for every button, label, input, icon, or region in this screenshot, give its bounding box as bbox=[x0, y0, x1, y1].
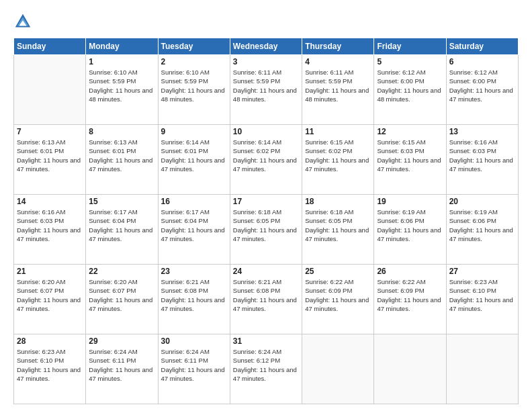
col-thursday: Thursday bbox=[302, 38, 374, 55]
table-row bbox=[14, 55, 86, 125]
day-number: 12 bbox=[377, 127, 443, 136]
day-number: 30 bbox=[161, 336, 227, 346]
cell-details: Sunrise: 6:19 AMSunset: 6:06 PMDaylight:… bbox=[377, 208, 443, 243]
sunrise-label: Sunrise: 6:13 AM bbox=[17, 138, 65, 146]
table-row: 13Sunrise: 6:16 AMSunset: 6:03 PMDayligh… bbox=[446, 125, 518, 195]
sunrise-label: Sunrise: 6:10 AM bbox=[89, 68, 137, 76]
cell-details: Sunrise: 6:20 AMSunset: 6:07 PMDaylight:… bbox=[89, 277, 154, 313]
daylight-label: Daylight: 11 hours and 47 minutes. bbox=[161, 296, 225, 312]
sunset-label: Sunset: 6:06 PM bbox=[449, 217, 496, 224]
col-monday: Monday bbox=[86, 38, 158, 55]
sunrise-label: Sunrise: 6:11 AM bbox=[305, 68, 353, 76]
sunrise-label: Sunrise: 6:20 AM bbox=[17, 278, 65, 285]
sunset-label: Sunset: 5:59 PM bbox=[305, 77, 352, 85]
daylight-label: Daylight: 11 hours and 47 minutes. bbox=[161, 366, 225, 382]
calendar-page: Sunday Monday Tuesday Wednesday Thursday… bbox=[0, 0, 532, 411]
sunset-label: Sunset: 5:59 PM bbox=[233, 77, 280, 85]
table-row: 25Sunrise: 6:22 AMSunset: 6:09 PMDayligh… bbox=[302, 265, 374, 334]
daylight-label: Daylight: 11 hours and 47 minutes. bbox=[89, 156, 152, 173]
sunrise-label: Sunrise: 6:21 AM bbox=[161, 278, 210, 285]
cell-details: Sunrise: 6:12 AMSunset: 6:00 PMDaylight:… bbox=[377, 68, 443, 103]
day-number: 1 bbox=[89, 57, 154, 66]
daylight-label: Daylight: 11 hours and 47 minutes. bbox=[17, 156, 81, 173]
sunrise-label: Sunrise: 6:18 AM bbox=[305, 208, 353, 216]
table-row: 17Sunrise: 6:18 AMSunset: 6:05 PMDayligh… bbox=[230, 195, 302, 265]
cell-details: Sunrise: 6:15 AMSunset: 6:03 PMDaylight:… bbox=[377, 138, 443, 173]
sunrise-label: Sunrise: 6:17 AM bbox=[161, 208, 210, 216]
daylight-label: Daylight: 11 hours and 47 minutes. bbox=[89, 226, 152, 242]
sunset-label: Sunset: 6:02 PM bbox=[233, 147, 280, 154]
col-sunday: Sunday bbox=[14, 38, 86, 55]
cell-details: Sunrise: 6:21 AMSunset: 6:08 PMDaylight:… bbox=[161, 277, 227, 313]
daylight-label: Daylight: 11 hours and 47 minutes. bbox=[17, 366, 81, 382]
daylight-label: Daylight: 11 hours and 47 minutes. bbox=[305, 156, 369, 173]
calendar-week-row: 28Sunrise: 6:23 AMSunset: 6:10 PMDayligh… bbox=[14, 334, 519, 404]
cell-details: Sunrise: 6:11 AMSunset: 5:59 PMDaylight:… bbox=[305, 68, 371, 103]
table-row: 2Sunrise: 6:10 AMSunset: 5:59 PMDaylight… bbox=[158, 55, 230, 125]
table-row: 20Sunrise: 6:19 AMSunset: 6:06 PMDayligh… bbox=[446, 195, 518, 265]
sunrise-label: Sunrise: 6:14 AM bbox=[161, 138, 210, 146]
daylight-label: Daylight: 11 hours and 47 minutes. bbox=[233, 296, 297, 312]
sunset-label: Sunset: 6:03 PM bbox=[377, 147, 424, 154]
daylight-label: Daylight: 11 hours and 47 minutes. bbox=[161, 226, 225, 242]
table-row: 28Sunrise: 6:23 AMSunset: 6:10 PMDayligh… bbox=[14, 334, 86, 404]
cell-details: Sunrise: 6:10 AMSunset: 5:59 PMDaylight:… bbox=[89, 68, 154, 103]
sunrise-label: Sunrise: 6:23 AM bbox=[17, 348, 65, 355]
calendar-week-row: 1Sunrise: 6:10 AMSunset: 5:59 PMDaylight… bbox=[14, 55, 519, 125]
sunrise-label: Sunrise: 6:13 AM bbox=[89, 138, 137, 146]
daylight-label: Daylight: 11 hours and 47 minutes. bbox=[17, 226, 81, 242]
daylight-label: Daylight: 11 hours and 47 minutes. bbox=[377, 156, 441, 173]
day-number: 31 bbox=[233, 336, 299, 346]
sunset-label: Sunset: 5:59 PM bbox=[89, 77, 136, 85]
cell-details: Sunrise: 6:16 AMSunset: 6:03 PMDaylight:… bbox=[17, 208, 83, 243]
day-number: 24 bbox=[233, 267, 299, 276]
day-number: 4 bbox=[305, 57, 371, 66]
sunrise-label: Sunrise: 6:14 AM bbox=[233, 138, 281, 146]
cell-details: Sunrise: 6:22 AMSunset: 6:09 PMDaylight:… bbox=[377, 277, 443, 313]
day-number: 17 bbox=[233, 197, 299, 206]
sunset-label: Sunset: 6:05 PM bbox=[233, 217, 280, 224]
sunrise-label: Sunrise: 6:20 AM bbox=[89, 278, 137, 285]
daylight-label: Daylight: 11 hours and 47 minutes. bbox=[449, 87, 513, 103]
day-number: 27 bbox=[449, 267, 515, 276]
table-row: 16Sunrise: 6:17 AMSunset: 6:04 PMDayligh… bbox=[158, 195, 230, 265]
sunrise-label: Sunrise: 6:15 AM bbox=[377, 138, 425, 146]
cell-details: Sunrise: 6:19 AMSunset: 6:06 PMDaylight:… bbox=[449, 208, 515, 243]
daylight-label: Daylight: 11 hours and 47 minutes. bbox=[449, 296, 513, 312]
cell-details: Sunrise: 6:16 AMSunset: 6:03 PMDaylight:… bbox=[449, 138, 515, 173]
daylight-label: Daylight: 11 hours and 48 minutes. bbox=[305, 87, 369, 103]
cell-details: Sunrise: 6:20 AMSunset: 6:07 PMDaylight:… bbox=[17, 277, 83, 313]
table-row: 21Sunrise: 6:20 AMSunset: 6:07 PMDayligh… bbox=[14, 265, 86, 334]
sunset-label: Sunset: 6:01 PM bbox=[89, 147, 136, 154]
cell-details: Sunrise: 6:15 AMSunset: 6:02 PMDaylight:… bbox=[305, 138, 371, 173]
day-number: 3 bbox=[233, 57, 299, 66]
cell-details: Sunrise: 6:12 AMSunset: 6:00 PMDaylight:… bbox=[449, 68, 515, 103]
cell-details: Sunrise: 6:21 AMSunset: 6:08 PMDaylight:… bbox=[233, 277, 299, 313]
cell-details: Sunrise: 6:24 AMSunset: 6:11 PMDaylight:… bbox=[161, 347, 227, 383]
day-number: 6 bbox=[449, 57, 515, 66]
daylight-label: Daylight: 11 hours and 47 minutes. bbox=[161, 156, 225, 173]
table-row: 26Sunrise: 6:22 AMSunset: 6:09 PMDayligh… bbox=[374, 265, 446, 334]
sunrise-label: Sunrise: 6:16 AM bbox=[449, 138, 498, 146]
daylight-label: Daylight: 11 hours and 47 minutes. bbox=[377, 226, 441, 242]
daylight-label: Daylight: 11 hours and 47 minutes. bbox=[305, 296, 369, 312]
day-number: 16 bbox=[161, 197, 227, 206]
sunrise-label: Sunrise: 6:22 AM bbox=[305, 278, 353, 285]
sunrise-label: Sunrise: 6:11 AM bbox=[233, 68, 281, 76]
table-row: 9Sunrise: 6:14 AMSunset: 6:01 PMDaylight… bbox=[158, 125, 230, 195]
table-row: 7Sunrise: 6:13 AMSunset: 6:01 PMDaylight… bbox=[14, 125, 86, 195]
sunset-label: Sunset: 6:04 PM bbox=[161, 217, 208, 224]
table-row bbox=[302, 334, 374, 404]
sunset-label: Sunset: 6:03 PM bbox=[449, 147, 496, 154]
cell-details: Sunrise: 6:23 AMSunset: 6:10 PMDaylight:… bbox=[17, 347, 83, 383]
sunset-label: Sunset: 6:10 PM bbox=[17, 357, 64, 364]
table-row: 23Sunrise: 6:21 AMSunset: 6:08 PMDayligh… bbox=[158, 265, 230, 334]
day-number: 20 bbox=[449, 197, 515, 206]
sunrise-label: Sunrise: 6:17 AM bbox=[89, 208, 137, 216]
day-number: 9 bbox=[161, 127, 227, 136]
table-row: 22Sunrise: 6:20 AMSunset: 6:07 PMDayligh… bbox=[86, 265, 158, 334]
calendar-week-row: 21Sunrise: 6:20 AMSunset: 6:07 PMDayligh… bbox=[14, 265, 519, 334]
day-number: 5 bbox=[377, 57, 443, 66]
table-row: 11Sunrise: 6:15 AMSunset: 6:02 PMDayligh… bbox=[302, 125, 374, 195]
calendar-header-row: Sunday Monday Tuesday Wednesday Thursday… bbox=[14, 38, 519, 55]
